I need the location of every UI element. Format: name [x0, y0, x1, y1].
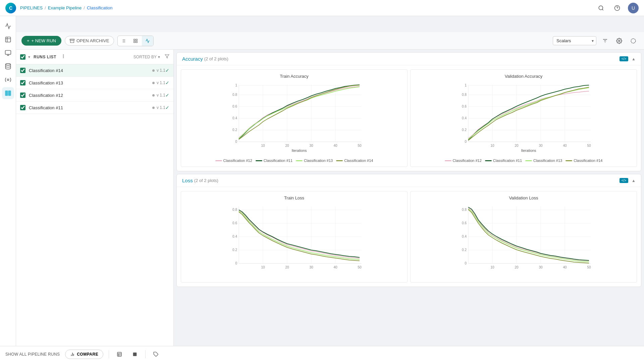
- top-bar: C PIPELINES / Example Pipeline / Classif…: [0, 0, 644, 16]
- runs-header: ▾ RUNS LIST SORTED BY ▾: [16, 50, 173, 64]
- bottom-tag-icon[interactable]: [151, 349, 161, 359]
- loss-collapse-button[interactable]: ▲: [632, 178, 636, 183]
- run-version-13: v 1.1: [157, 80, 165, 85]
- run-checkbox-11[interactable]: [20, 105, 25, 110]
- svg-point-26: [619, 40, 620, 42]
- sidebar-item-plugins[interactable]: [2, 74, 14, 86]
- user-avatar[interactable]: U: [628, 3, 639, 13]
- svg-text:Iterations: Iterations: [291, 148, 307, 153]
- run-item-13[interactable]: Classification #13 v 1.1 ✓: [16, 77, 173, 89]
- svg-line-1: [602, 9, 603, 10]
- svg-text:0.2: 0.2: [462, 128, 467, 132]
- svg-text:0.4: 0.4: [462, 116, 467, 120]
- svg-text:50: 50: [358, 144, 362, 147]
- run-check-11: ✓: [165, 105, 169, 110]
- help-button[interactable]: [612, 3, 623, 13]
- svg-text:0.6: 0.6: [232, 221, 237, 225]
- run-item-14[interactable]: Classification #14 v 1.1 ✓: [16, 64, 173, 77]
- svg-text:20: 20: [515, 144, 519, 147]
- sidebar-item-models[interactable]: [2, 47, 14, 59]
- svg-text:1: 1: [235, 83, 237, 87]
- svg-rect-126: [133, 352, 137, 356]
- svg-text:20: 20: [285, 144, 289, 147]
- validation-loss-chart: Validation Loss 0 0.2 0.4: [410, 191, 637, 283]
- bottom-stop-icon[interactable]: [130, 349, 140, 359]
- run-check-13: ✓: [165, 80, 169, 85]
- grid-view-button[interactable]: [130, 36, 141, 46]
- svg-text:20: 20: [515, 265, 519, 269]
- validation-accuracy-title: Validation Accuracy: [415, 74, 633, 79]
- validation-loss-title: Validation Loss: [415, 195, 633, 200]
- svg-rect-9: [5, 91, 8, 96]
- sidebar-item-pipelines[interactable]: [2, 20, 14, 32]
- breadcrumb-root[interactable]: PIPELINES: [20, 5, 43, 10]
- run-item-11[interactable]: Classification #11 v 1.1 ✓: [16, 102, 173, 114]
- train-loss-title: Train Loss: [185, 195, 403, 200]
- bottom-table-icon[interactable]: [114, 349, 124, 359]
- refresh-icon[interactable]: [628, 36, 639, 46]
- settings-filter-icon[interactable]: [600, 36, 610, 46]
- sorted-by-label[interactable]: SORTED BY ▾: [133, 55, 160, 59]
- svg-text:0.8: 0.8: [462, 208, 467, 212]
- svg-text:40: 40: [563, 144, 567, 147]
- svg-point-8: [7, 79, 9, 81]
- sidebar-item-experiments[interactable]: [2, 34, 14, 46]
- sidebar-item-datasets[interactable]: [2, 60, 14, 72]
- val-legend-item-13: Classification #13: [525, 159, 562, 163]
- run-dot-12: [152, 94, 155, 97]
- legend-color-14: [336, 160, 343, 161]
- search-button[interactable]: [596, 3, 606, 13]
- chart-view-button[interactable]: [142, 36, 153, 46]
- svg-rect-4: [5, 51, 11, 55]
- legend-color-12: [215, 160, 222, 161]
- sidebar-item-compare[interactable]: [2, 87, 14, 99]
- runs-options-icon[interactable]: [61, 54, 66, 60]
- run-version-12: v 1.1: [157, 93, 165, 98]
- svg-text:0: 0: [465, 261, 467, 265]
- settings-gear-icon[interactable]: [614, 36, 625, 46]
- legend-item-14: Classification #14: [336, 159, 373, 163]
- svg-text:0.6: 0.6: [232, 105, 237, 108]
- loss-code-button[interactable]: </>: [620, 178, 628, 183]
- svg-text:0.4: 0.4: [232, 235, 237, 238]
- accuracy-collapse-button[interactable]: ▲: [632, 57, 636, 61]
- sorted-by-chevron: ▾: [158, 55, 160, 59]
- bottom-bar: SHOW ALL PIPELINE RUNS COMPARE: [0, 346, 644, 362]
- accuracy-charts-row: Train Accuracy 0 0.2 0: [177, 65, 641, 171]
- list-view-button[interactable]: [118, 36, 129, 46]
- breadcrumb-current: Classification: [87, 5, 113, 10]
- train-loss-chart: Train Loss 0 0.2 0.4: [181, 191, 408, 283]
- svg-text:40: 40: [333, 144, 337, 147]
- runs-select-all-checkbox[interactable]: [20, 54, 25, 60]
- breadcrumb-parent[interactable]: Example Pipeline: [48, 5, 82, 10]
- run-checkbox-14[interactable]: [20, 68, 25, 73]
- svg-text:0.2: 0.2: [232, 248, 237, 252]
- val-legend-item-12: Classification #12: [445, 159, 482, 163]
- breadcrumb-sep2: /: [84, 5, 85, 10]
- svg-text:Iterations: Iterations: [521, 148, 536, 153]
- show-all-pipeline-runs-button[interactable]: SHOW ALL PIPELINE RUNS: [5, 352, 60, 357]
- svg-text:10: 10: [261, 144, 265, 147]
- runs-expand-icon[interactable]: ▾: [28, 55, 30, 59]
- val-legend-color-11: [485, 160, 492, 161]
- train-accuracy-svg: 0 0.2 0.4 0.6 0.8 1: [185, 81, 403, 155]
- runs-list-title: RUNS LIST: [34, 55, 56, 59]
- run-checkbox-12[interactable]: [20, 93, 25, 98]
- legend-label-11: Classification #11: [264, 159, 292, 163]
- open-archive-button[interactable]: OPEN ARCHIVE: [65, 36, 114, 46]
- val-legend-label-13: Classification #13: [533, 159, 562, 163]
- run-item-12[interactable]: Classification #12 v 1.1 ✓: [16, 89, 173, 102]
- scalars-select[interactable]: Scalars Metrics Parameters: [553, 36, 596, 45]
- train-accuracy-svg-wrapper: 0 0.2 0.4 0.6 0.8 1: [185, 81, 403, 157]
- run-checkbox-13[interactable]: [20, 80, 25, 85]
- svg-text:30: 30: [309, 144, 313, 147]
- filter-icon[interactable]: [165, 54, 169, 60]
- run-check-12: ✓: [165, 93, 169, 98]
- accuracy-code-button[interactable]: </>: [620, 56, 628, 61]
- compare-button[interactable]: COMPARE: [65, 350, 103, 359]
- validation-loss-svg-wrapper: 0 0.2 0.4 0.6 0.8 10: [415, 203, 633, 278]
- svg-rect-19: [134, 39, 135, 40]
- breadcrumb: PIPELINES / Example Pipeline / Classific…: [20, 5, 113, 10]
- new-run-button[interactable]: + + NEW RUN: [21, 36, 61, 46]
- loss-header-right: </> ▲: [620, 178, 636, 183]
